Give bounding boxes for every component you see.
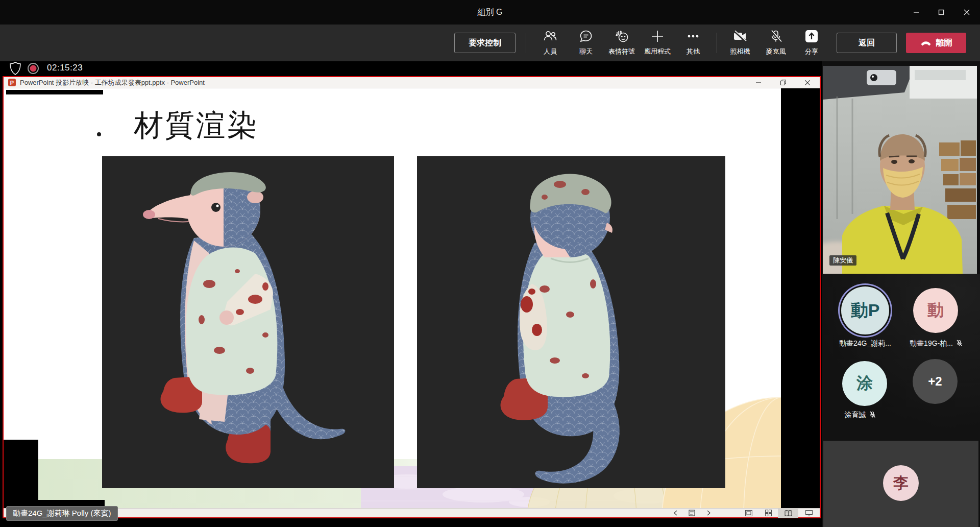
presenter-video-tile[interactable]: 陳安儀 bbox=[823, 66, 977, 274]
participant-avatar[interactable]: 涂 bbox=[842, 361, 887, 406]
share-label: 分享 bbox=[805, 47, 818, 56]
camera-label: 照相機 bbox=[730, 47, 750, 56]
emoji-hand-icon bbox=[614, 30, 629, 45]
previous-slide-icon[interactable] bbox=[668, 509, 683, 518]
people-label: 人員 bbox=[544, 47, 557, 56]
close-icon[interactable] bbox=[955, 0, 978, 25]
letterbox-top-left bbox=[6, 90, 103, 94]
meeting-timer: 02:15:23 bbox=[47, 63, 83, 73]
people-icon bbox=[543, 30, 557, 45]
apps-label: 應用程式 bbox=[644, 47, 671, 56]
slide-bullet bbox=[97, 132, 101, 136]
ppt-restore-icon[interactable] bbox=[771, 77, 795, 88]
leave-label: 離開 bbox=[936, 38, 952, 49]
projector-icon bbox=[867, 70, 896, 85]
participant-label: 涂育誠 bbox=[822, 411, 898, 420]
presenter-video-frame bbox=[823, 66, 977, 274]
window-titlebar: 組別 G bbox=[0, 0, 980, 25]
render-panel-right bbox=[417, 156, 725, 488]
video-name-tag: 陳安儀 bbox=[829, 255, 856, 266]
share-button[interactable]: 分享 bbox=[787, 30, 836, 56]
render-panel-left bbox=[102, 156, 394, 488]
plus-icon bbox=[651, 30, 664, 45]
avatar-initials: 動P bbox=[851, 299, 880, 322]
slide-sorter-view-icon[interactable] bbox=[758, 509, 778, 518]
chat-icon bbox=[579, 30, 593, 45]
letterbox-right bbox=[781, 88, 820, 508]
shared-powerpoint-window: P PowerPoint 投影片放映 - 工作坊成果發表ppt.pptx - P… bbox=[3, 76, 821, 518]
ppt-window-title: PowerPoint 投影片放映 - 工作坊成果發表ppt.pptx - Pow… bbox=[20, 78, 205, 87]
meeting-toolbar: 02:15:23 要求控制 人員 聊天 bbox=[0, 25, 980, 61]
reading-view-icon[interactable] bbox=[778, 509, 798, 518]
avatar-initials: +2 bbox=[928, 374, 942, 389]
powerpoint-logo-icon: P bbox=[8, 79, 16, 86]
shield-icon bbox=[9, 62, 21, 77]
more-label: 其他 bbox=[687, 47, 700, 56]
leave-button[interactable]: 離開 bbox=[906, 33, 966, 53]
ellipsis-icon bbox=[687, 30, 700, 45]
camera-off-icon bbox=[732, 30, 748, 45]
avatar-initials: 李 bbox=[893, 473, 909, 494]
letterbox-bottom-left bbox=[4, 440, 38, 508]
ppt-close-icon[interactable] bbox=[795, 77, 820, 88]
request-control-button[interactable]: 要求控制 bbox=[454, 33, 516, 53]
notes-icon[interactable] bbox=[683, 509, 700, 518]
participant-video-tile[interactable]: 李 bbox=[823, 441, 978, 527]
teams-meeting-window: 組別 G 02:15:23 要求控制 bbox=[0, 0, 980, 527]
participants-sidebar: 陳安儀 動P 動 動畫24G_謝莉... 動畫19G-柏... 涂 +2 涂育誠 bbox=[822, 61, 980, 527]
next-slide-icon[interactable] bbox=[700, 509, 718, 518]
overflow-participants-avatar[interactable]: +2 bbox=[913, 359, 958, 404]
avatar-initials: 動 bbox=[927, 299, 944, 322]
window-title: 組別 G bbox=[0, 0, 980, 25]
slide-title: 材質渲染 bbox=[134, 106, 258, 146]
reactions-label: 表情符號 bbox=[608, 47, 635, 56]
mic-off-icon bbox=[869, 411, 876, 420]
mic-label: 麥克風 bbox=[766, 47, 786, 56]
maximize-icon[interactable] bbox=[929, 0, 953, 25]
back-button[interactable]: 返回 bbox=[837, 33, 897, 53]
participant-label: 動畫19G-柏... bbox=[893, 339, 979, 348]
ppt-status-bar: 投影片 19 / 19 bbox=[4, 508, 820, 517]
record-dot-icon bbox=[27, 62, 39, 77]
presenter-tooltip: 動畫24G_謝莉琳 Polly (來賓) bbox=[6, 506, 118, 521]
participant-avatar: 李 bbox=[883, 465, 919, 501]
share-arrow-icon bbox=[804, 30, 819, 45]
character-render-back-view bbox=[417, 156, 725, 488]
more-button[interactable]: 其他 bbox=[669, 30, 718, 56]
ppt-minimize-icon[interactable] bbox=[746, 77, 771, 88]
ppt-slide-area: 材質渲染 bbox=[4, 88, 820, 508]
slideshow-view-icon[interactable] bbox=[798, 509, 820, 518]
participant-avatar[interactable]: 動P bbox=[841, 286, 889, 334]
participant-avatar[interactable]: 動 bbox=[913, 288, 958, 333]
normal-view-icon[interactable] bbox=[739, 509, 758, 518]
minimize-icon[interactable] bbox=[904, 0, 928, 25]
reactions-label-chat: 聊天 bbox=[579, 47, 593, 56]
character-render-side-view bbox=[102, 156, 394, 488]
mic-off-icon bbox=[956, 340, 963, 348]
mic-off-icon bbox=[769, 30, 782, 45]
avatar-initials: 涂 bbox=[856, 372, 873, 395]
ppt-titlebar: P PowerPoint 投影片放映 - 工作坊成果發表ppt.pptx - P… bbox=[4, 77, 820, 88]
hangup-icon bbox=[920, 40, 932, 46]
